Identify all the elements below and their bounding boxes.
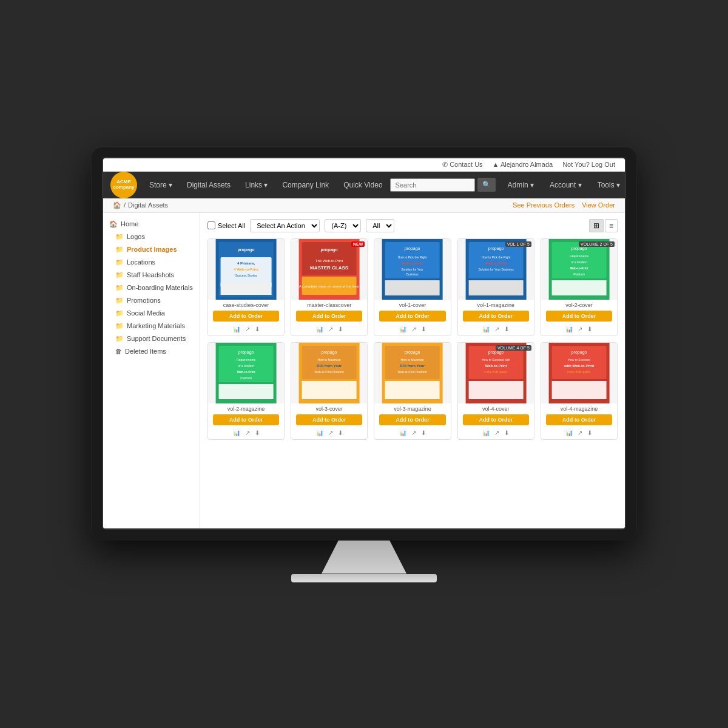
share-icon[interactable]: ↗ — [578, 326, 582, 332]
add-to-order-button[interactable]: Add to Order — [463, 414, 529, 425]
nav-quick-video[interactable]: Quick Video — [336, 175, 389, 195]
chart-icon[interactable]: 📊 — [482, 326, 490, 332]
card-actions: 📊 ↗ ⬇ — [291, 324, 367, 335]
share-icon[interactable]: ↗ — [245, 430, 250, 436]
chart-icon[interactable]: 📊 — [565, 430, 573, 436]
download-icon[interactable]: ⬇ — [587, 430, 592, 436]
sidebar-item-home[interactable]: 🏠 Home — [103, 218, 200, 231]
see-previous-orders-link[interactable]: See Previous Orders — [513, 201, 575, 209]
sidebar-item-marketing[interactable]: 📁 Marketing Materials — [103, 320, 200, 332]
monitor-base — [291, 574, 437, 582]
share-icon[interactable]: ↗ — [494, 326, 499, 332]
download-icon[interactable]: ⬇ — [338, 430, 343, 436]
product-card: propago How to Pick the Right Web-to-Pri… — [374, 238, 451, 336]
nav-store[interactable]: Store ▾ — [142, 175, 180, 195]
sidebar-label: Product Images — [127, 246, 177, 253]
download-icon[interactable]: ⬇ — [421, 326, 426, 332]
share-icon[interactable]: ↗ — [411, 326, 416, 332]
svg-text:in the B2B space.: in the B2B space. — [567, 370, 591, 374]
share-icon[interactable]: ↗ — [245, 326, 250, 332]
nav-company-link[interactable]: Company Link — [275, 175, 336, 195]
search-button[interactable]: 🔍 — [477, 178, 496, 192]
add-to-order-button[interactable]: Add to Order — [296, 311, 362, 322]
add-to-order-button[interactable]: Add to Order — [546, 414, 612, 425]
download-icon[interactable]: ⬇ — [504, 430, 509, 436]
chart-icon[interactable]: 📊 — [482, 430, 490, 436]
svg-text:MASTER CLASS: MASTER CLASS — [310, 265, 349, 271]
card-actions: 📊 ↗ ⬇ — [458, 324, 534, 335]
sidebar-item-staff-headshots[interactable]: 📁 Staff Headshots — [103, 269, 200, 281]
sidebar-item-product-images[interactable]: 📁 Product Images — [103, 243, 200, 256]
download-icon[interactable]: ⬇ — [587, 326, 592, 332]
action-select[interactable]: Select An Action — [250, 219, 320, 232]
logo-text: ACMEcompany — [113, 180, 134, 190]
sidebar-label: Promotions — [127, 297, 161, 304]
share-icon[interactable]: ↗ — [578, 430, 582, 436]
list-view-button[interactable]: ≡ — [605, 219, 618, 232]
add-to-order-button[interactable]: Add to Order — [213, 311, 279, 322]
download-icon[interactable]: ⬇ — [421, 430, 426, 436]
search-input[interactable] — [390, 178, 475, 192]
chart-icon[interactable]: 📊 — [399, 430, 406, 436]
sidebar-item-support[interactable]: 📁 Support Documents — [103, 332, 200, 345]
svg-rect-7 — [221, 283, 272, 295]
add-to-order-button[interactable]: Add to Order — [379, 311, 445, 322]
filter-select[interactable]: All — [366, 219, 394, 232]
view-order-link[interactable]: View Order — [582, 201, 615, 209]
share-icon[interactable]: ↗ — [411, 430, 416, 436]
svg-text:Platform: Platform — [240, 376, 252, 380]
chart-icon[interactable]: 📊 — [316, 430, 323, 436]
nav-digital-assets[interactable]: Digital Assets — [180, 175, 238, 195]
add-to-order-button[interactable]: Add to Order — [213, 414, 279, 425]
logo[interactable]: ACMEcompany — [110, 172, 137, 198]
download-icon[interactable]: ⬇ — [504, 326, 509, 332]
product-name: master-classcover — [291, 300, 367, 309]
sidebar-item-onboarding[interactable]: 📁 On-boarding Materials — [103, 281, 200, 294]
download-icon[interactable]: ⬇ — [255, 430, 260, 436]
download-icon[interactable]: ⬇ — [338, 326, 343, 332]
product-name: case-studies-cover — [208, 300, 284, 309]
sidebar-item-locations[interactable]: 📁 Locations — [103, 256, 200, 269]
select-all-checkbox[interactable] — [207, 221, 215, 229]
nav-tools[interactable]: Tools ▾ — [590, 175, 626, 195]
add-to-order-button[interactable]: Add to Order — [296, 414, 362, 425]
nav-links[interactable]: Links ▾ — [238, 175, 275, 195]
sidebar: 🏠 Home 📁 Logos 📁 Product Images 📁 Locati… — [103, 213, 200, 528]
home-icon[interactable]: 🏠 — [113, 201, 121, 209]
product-card: propago How to Maximize ROI from Your We… — [374, 342, 451, 440]
product-name: vol-3-cover — [291, 403, 367, 413]
chart-icon[interactable]: 📊 — [233, 326, 240, 332]
contact-us-link[interactable]: ✆ Contact Us — [442, 161, 482, 169]
svg-text:A complete class on some of th: A complete class on some of the best — [299, 285, 360, 288]
user-account-link[interactable]: ▲ Alejandro Almada — [493, 161, 553, 168]
share-icon[interactable]: ↗ — [328, 430, 333, 436]
add-to-order-button[interactable]: Add to Order — [379, 414, 445, 425]
chart-icon[interactable]: 📊 — [233, 430, 240, 436]
breadcrumb: 🏠 / Digital Assets — [113, 201, 168, 209]
download-icon[interactable]: ⬇ — [255, 326, 260, 332]
view-toggle: ⊞ ≡ — [589, 219, 618, 232]
chart-icon[interactable]: 📊 — [316, 326, 323, 332]
chart-icon[interactable]: 📊 — [565, 326, 573, 332]
add-to-order-button[interactable]: Add to Order — [546, 311, 612, 322]
chart-icon[interactable]: 📊 — [399, 326, 406, 332]
sidebar-item-social-media[interactable]: 📁 Social Media — [103, 307, 200, 320]
product-grid: propago 4 Printers, 4 Web-to-Print Succe… — [207, 238, 618, 440]
sidebar-item-promotions[interactable]: 📁 Promotions — [103, 294, 200, 307]
sidebar-label: Support Documents — [127, 335, 186, 342]
logout-link[interactable]: Not You? Log Out — [562, 161, 615, 168]
sort-select[interactable]: (A-Z) — [325, 219, 361, 232]
sidebar-item-logos[interactable]: 📁 Logos — [103, 231, 200, 243]
svg-text:Requirements: Requirements — [570, 254, 589, 258]
share-icon[interactable]: ↗ — [328, 326, 333, 332]
breadcrumb-separator: / — [124, 201, 126, 209]
nav-admin[interactable]: Admin ▾ — [500, 175, 541, 195]
nav-account[interactable]: Account ▾ — [542, 175, 589, 195]
svg-text:Web-to-Print: Web-to-Print — [485, 364, 507, 368]
share-icon[interactable]: ↗ — [494, 430, 499, 436]
add-to-order-button[interactable]: Add to Order — [463, 311, 529, 322]
product-name: vol-4-magazine — [541, 403, 617, 413]
grid-view-button[interactable]: ⊞ — [589, 219, 604, 232]
sidebar-item-deleted[interactable]: 🗑 Deleted Items — [103, 345, 200, 357]
product-card: propago Requirements of a Modern Web-to-… — [207, 342, 285, 440]
